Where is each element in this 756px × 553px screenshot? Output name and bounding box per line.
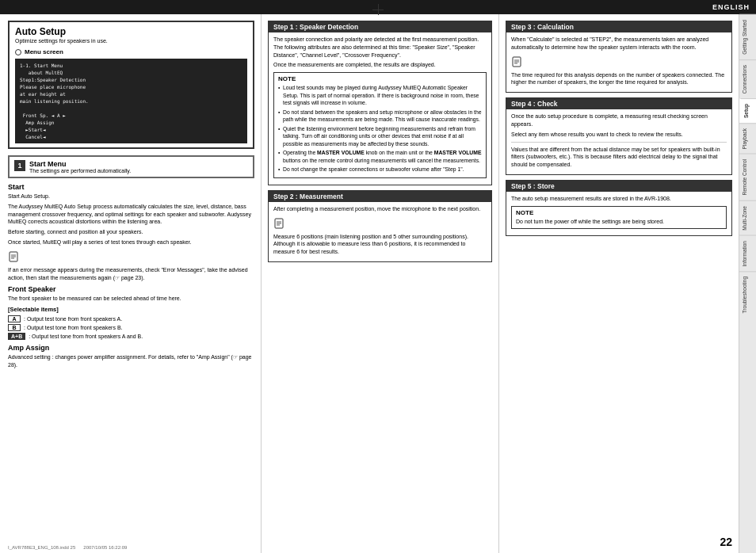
step4-body: Once the auto setup procedure is complet… (506, 109, 731, 174)
step1-header: Step 1 : Speaker Detection (269, 21, 491, 32)
step5-note-box: NOTE Do not turn the power off while the… (511, 206, 727, 229)
sidebar-tab-information[interactable]: Information (739, 235, 756, 272)
step3-body2: The time required for this analysis depe… (511, 71, 727, 87)
note-item-4: Operating the MASTER VOLUME knob on the … (278, 149, 482, 164)
selectable-item-a: A : Output test tone from front speakers… (8, 315, 254, 322)
start-body1: Start Auto Setup. (8, 193, 254, 200)
amp-assign-body: Advanced setting : changes power amplifi… (8, 353, 254, 369)
step2-body: After completing a measurement position,… (269, 202, 491, 261)
step5-note-label: NOTE (516, 209, 722, 216)
sidebar-tab-multi-zone[interactable]: Multi-Zone (739, 200, 756, 235)
step2-header: Step 2 : Measurement (269, 191, 491, 202)
bottom-date: 2007/10/05 16:22:09 (83, 545, 127, 550)
item-text-b: : Output test tone from front speakers B… (24, 325, 123, 330)
item-text-a: : Output test tone from front speakers A… (24, 316, 122, 322)
step1-box: Step 1 : Speaker Detection The speaker c… (268, 21, 492, 185)
bottom-file: I_AVR788E3_ENG_108.indd 25 (8, 545, 75, 550)
step3-box: Step 3 : Calculation When "Calculate" is… (506, 21, 732, 93)
note-box: NOTE Loud test sounds may be played duri… (273, 72, 487, 178)
auto-setup-box: Auto Setup Optimize settings for speaker… (8, 21, 254, 149)
note-item-5: Do not change the speaker connections or… (278, 166, 482, 174)
step4-body3: Values that are different from the actua… (511, 146, 727, 169)
step3-header: Step 3 : Calculation (506, 21, 731, 32)
mid-column: Step 1 : Speaker Detection The speaker c… (262, 14, 499, 553)
language-label: ENGLISH (712, 3, 750, 11)
step4-divider (511, 142, 727, 143)
sidebar-tab-remote-control[interactable]: Remote Control (739, 154, 756, 200)
step2-body1: After completing a measurement position,… (273, 205, 487, 213)
menu-screen-label: Menu screen (15, 48, 247, 55)
start-menu-box: 1 Start Menu The settings are performed … (8, 155, 254, 178)
step4-body1: Once the auto setup procedure is complet… (511, 113, 727, 128)
menu-screen-text: Menu screen (25, 48, 63, 55)
note-item-3: Quiet the listening environment before b… (278, 125, 482, 148)
selectable-item-b: B : Output test tone from front speakers… (8, 324, 254, 331)
start-menu-title: Start Menu (29, 160, 131, 168)
step1-body1: The speaker connection and polarity are … (273, 36, 487, 59)
badge-a: A (8, 315, 21, 322)
bottom-file-date: I_AVR788E3_ENG_108.indd 25 2007/10/05 16… (8, 545, 127, 550)
left-column: Auto Setup Optimize settings for speaker… (0, 14, 262, 553)
start-menu-text-box: Start Menu The settings are performed au… (29, 160, 131, 174)
sidebar-tab-playback[interactable]: Playback (739, 123, 756, 154)
circle-bullet-icon (15, 49, 21, 55)
note-item-2: Do not stand between the speakers and se… (278, 109, 482, 124)
step2-box: Step 2 : Measurement After completing a … (268, 190, 492, 262)
step5-header: Step 5 : Store (506, 181, 731, 192)
step1-body2: Once the measurements are completed, the… (273, 61, 487, 69)
badge-ab: A+B (8, 333, 25, 340)
start-menu-number: 1 (14, 160, 25, 171)
start-section-title: Start (8, 183, 254, 191)
step4-box: Step 4 : Check Once the auto setup proce… (506, 97, 732, 175)
front-speaker-title: Front Speaker (8, 285, 254, 293)
sidebar-tab-setup[interactable]: Setup (739, 98, 756, 123)
note-label: NOTE (278, 75, 482, 82)
step3-body1: When "Calculate" is selected at "STEP2",… (511, 36, 727, 51)
start-menu-desc: The settings are performed automatically… (29, 168, 131, 174)
step3-memo-icon (511, 56, 522, 67)
crosshair-mark (372, 4, 384, 15)
step5-note-body: Do not turn the power off while the sett… (516, 218, 722, 226)
sidebar-tab-getting-started[interactable]: Getting Started (739, 14, 756, 59)
main-content: Auto Setup Optimize settings for speaker… (0, 14, 739, 553)
start-body3: Before starting, connect and position al… (8, 228, 254, 236)
note-item-1: Loud test sounds may be played during Au… (278, 84, 482, 107)
sidebar-tab-connections[interactable]: Connections (739, 59, 756, 98)
auto-setup-subtitle: Optimize settings for speakers in use. (15, 38, 247, 44)
memo-icon (8, 251, 19, 262)
page-number: 22 (720, 536, 732, 548)
step4-header: Step 4 : Check (506, 98, 731, 109)
step3-body: When "Calculate" is selected at "STEP2",… (506, 32, 731, 92)
step2-body2: Measure 6 positions (main listening posi… (273, 233, 487, 256)
step5-box: Step 5 : Store The auto setup measuremen… (506, 180, 732, 236)
item-text-ab: : Output test tone from front speakers A… (29, 334, 143, 339)
step2-memo-icon (273, 218, 284, 229)
step4-body2: Select any item whose results you want t… (511, 131, 727, 139)
selectable-item-ab: A+B : Output test tone from front speake… (8, 333, 254, 340)
start-body2: The Audyssey MultEQ Auto Setup process a… (8, 203, 254, 226)
front-speaker-body: The front speaker to be measured can be … (8, 295, 254, 303)
badge-b: B (8, 324, 21, 331)
step5-body: The auto setup measurement results are s… (506, 192, 731, 235)
right-column: Step 3 : Calculation When "Calculate" is… (499, 14, 739, 553)
menu-screen-content: 1-1. Start Menu about MultEQ Step1:Speak… (15, 59, 247, 143)
amp-assign-title: Amp Assign (8, 344, 254, 352)
error-note: If an error message appears during the m… (8, 266, 254, 282)
selectable-items-label: [Selectable items] (8, 306, 254, 313)
sidebar-tab-troubleshooting[interactable]: Troubleshooting (739, 271, 756, 318)
right-sidebar: Getting Started Connections Setup Playba… (739, 14, 756, 553)
auto-setup-title: Auto Setup (15, 26, 247, 37)
menu-screen-pre: 1-1. Start Menu about MultEQ Step1:Speak… (20, 62, 242, 140)
start-body4: Once started, MultEQ will play a series … (8, 238, 254, 246)
step1-body: The speaker connection and polarity are … (269, 32, 491, 185)
step5-body1: The auto setup measurement results are s… (511, 195, 727, 203)
